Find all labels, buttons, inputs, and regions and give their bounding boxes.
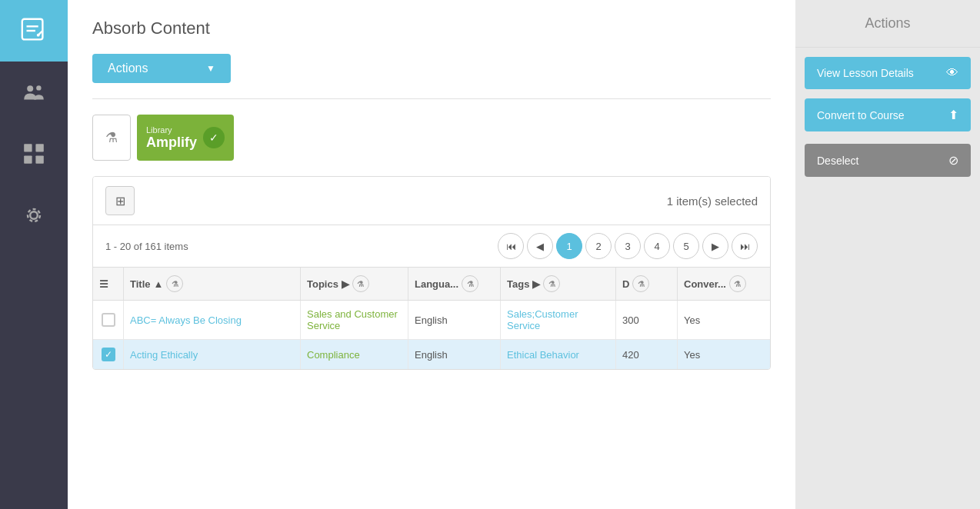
row2-convert: Yes bbox=[678, 340, 770, 369]
svg-point-5 bbox=[27, 85, 33, 91]
row1-title[interactable]: ABC= Always Be Closing bbox=[124, 301, 301, 339]
col-header-duration[interactable]: D ⚗ bbox=[616, 268, 678, 300]
main-content: Absorb Content Actions ▼ ⚗ Library Ampli… bbox=[68, 0, 795, 509]
topics-filter-icon[interactable]: ⚗ bbox=[352, 275, 369, 292]
table-row: ABC= Always Be Closing Sales and Custome… bbox=[93, 301, 770, 340]
page-3-button[interactable]: 3 bbox=[615, 233, 641, 259]
selected-count: 1 item(s) selected bbox=[667, 195, 758, 208]
row2-duration: 420 bbox=[616, 340, 678, 369]
items-count: 1 - 20 of 161 items bbox=[105, 241, 188, 252]
svg-point-11 bbox=[30, 211, 38, 219]
filter-icon: ⚗ bbox=[105, 129, 118, 146]
col-header-checkbox: ☰ bbox=[93, 268, 124, 300]
page-5-button[interactable]: 5 bbox=[673, 233, 699, 259]
grid-icon bbox=[22, 141, 46, 166]
page-1-button[interactable]: 1 bbox=[556, 233, 582, 259]
check-circle-icon: ✓ bbox=[203, 127, 225, 148]
divider bbox=[92, 98, 771, 99]
row1-convert: Yes bbox=[678, 301, 770, 339]
pagination-controls: ⏮ ◀ 1 2 3 4 5 ▶ ⏭ bbox=[498, 233, 758, 259]
page-4-button[interactable]: 4 bbox=[644, 233, 670, 259]
page-title: Absorb Content bbox=[92, 18, 771, 38]
col-header-topics[interactable]: Topics ▶ ⚗ bbox=[301, 268, 408, 300]
filter-row: ⚗ Library Amplify ✓ bbox=[92, 115, 771, 161]
filter-button[interactable]: ⚗ bbox=[92, 115, 131, 161]
upload-icon: ⬆ bbox=[948, 108, 958, 122]
list-icon: ☰ bbox=[99, 278, 108, 290]
svg-rect-10 bbox=[35, 155, 43, 163]
row1-duration: 300 bbox=[616, 301, 678, 339]
sidebar-item-users[interactable] bbox=[0, 62, 68, 123]
svg-point-6 bbox=[36, 85, 41, 90]
duration-filter-icon[interactable]: ⚗ bbox=[632, 275, 649, 292]
row2-checkbox[interactable]: ✓ bbox=[102, 348, 115, 361]
page-first-button[interactable]: ⏮ bbox=[498, 233, 524, 259]
tags-sort-icon: ▶ bbox=[532, 278, 540, 290]
page-2-button[interactable]: 2 bbox=[585, 233, 612, 259]
svg-point-4 bbox=[37, 34, 40, 37]
convert-to-course-button[interactable]: Convert to Course ⬆ bbox=[805, 98, 971, 131]
pagination-row: 1 - 20 of 161 items ⏮ ◀ 1 2 3 4 5 ▶ ⏭ bbox=[93, 225, 770, 268]
page-last-button[interactable]: ⏭ bbox=[732, 233, 758, 259]
column-headers: ☰ Title ▲ ⚗ Topics ▶ ⚗ Langua... ⚗ Tags … bbox=[93, 268, 770, 301]
sort-asc-icon: ▲ bbox=[154, 278, 164, 290]
sidebar-logo[interactable] bbox=[0, 0, 68, 62]
eye-icon: 👁 bbox=[946, 66, 958, 80]
col-header-language[interactable]: Langua... ⚗ bbox=[408, 268, 501, 300]
row1-language: English bbox=[408, 301, 501, 339]
title-filter-icon[interactable]: ⚗ bbox=[166, 275, 183, 292]
row2-checkbox-cell[interactable]: ✓ bbox=[93, 340, 124, 369]
sidebar-item-settings[interactable] bbox=[0, 185, 68, 246]
col-header-tags[interactable]: Tags ▶ ⚗ bbox=[501, 268, 616, 300]
page-next-button[interactable]: ▶ bbox=[702, 233, 728, 259]
deselect-icon: ⊘ bbox=[948, 153, 958, 168]
sidebar-item-grid[interactable] bbox=[0, 123, 68, 185]
users-icon bbox=[22, 80, 46, 105]
row2-title[interactable]: Acting Ethically bbox=[124, 340, 301, 369]
right-panel-title: Actions bbox=[795, 0, 980, 48]
row1-tags: Sales;Customer Service bbox=[501, 301, 616, 339]
table-row: ✓ Acting Ethically Compliance English Et… bbox=[93, 340, 770, 369]
actions-button[interactable]: Actions ▼ bbox=[92, 54, 231, 83]
library-amplify-tag[interactable]: Library Amplify ✓ bbox=[137, 115, 234, 161]
row2-topics: Compliance bbox=[301, 340, 408, 369]
table-container: ⊞ 1 item(s) selected 1 - 20 of 161 items… bbox=[92, 176, 771, 370]
row2-tags: Ethical Behavior bbox=[501, 340, 616, 369]
table-grid-icon: ⊞ bbox=[115, 194, 125, 208]
svg-rect-9 bbox=[24, 155, 32, 163]
convert-filter-icon[interactable]: ⚗ bbox=[729, 275, 746, 292]
row1-checkbox-cell[interactable] bbox=[93, 301, 124, 339]
view-lesson-details-button[interactable]: View Lesson Details 👁 bbox=[805, 57, 971, 89]
language-filter-icon[interactable]: ⚗ bbox=[462, 275, 478, 292]
sidebar bbox=[0, 0, 68, 509]
gear-icon bbox=[22, 203, 46, 228]
row1-checkbox[interactable] bbox=[102, 313, 115, 327]
page-prev-button[interactable]: ◀ bbox=[527, 233, 553, 259]
svg-rect-0 bbox=[22, 19, 43, 40]
chevron-down-icon: ▼ bbox=[206, 63, 215, 74]
col-header-convert[interactable]: Conver... ⚗ bbox=[678, 268, 770, 300]
col-header-title[interactable]: Title ▲ ⚗ bbox=[124, 268, 301, 300]
row1-topics: Sales and Customer Service bbox=[301, 301, 408, 339]
topics-sort-icon: ▶ bbox=[342, 278, 349, 290]
logo-icon bbox=[19, 16, 48, 45]
svg-rect-7 bbox=[24, 144, 32, 151]
deselect-button[interactable]: Deselect ⊘ bbox=[805, 144, 971, 177]
tags-filter-icon[interactable]: ⚗ bbox=[543, 275, 560, 292]
table-view-button[interactable]: ⊞ bbox=[105, 186, 135, 215]
row2-language: English bbox=[408, 340, 501, 369]
table-header-bar: ⊞ 1 item(s) selected bbox=[93, 177, 770, 225]
svg-rect-8 bbox=[35, 144, 43, 151]
right-panel: Actions View Lesson Details 👁 Convert to… bbox=[795, 0, 980, 509]
